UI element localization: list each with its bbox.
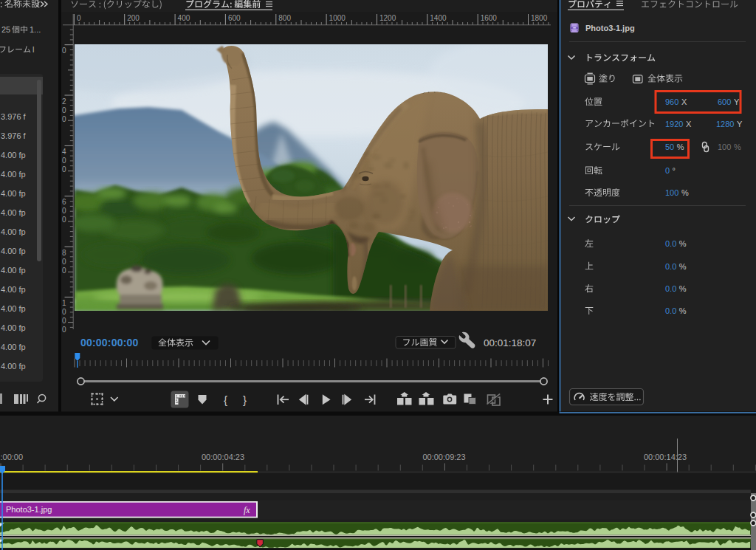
svg-text:0: 0 (62, 216, 66, 224)
svg-text:Y: Y (734, 97, 740, 106)
svg-text:0: 0 (62, 317, 66, 325)
svg-text:4: 4 (62, 148, 66, 156)
svg-text:0: 0 (62, 157, 66, 165)
svg-text:l: l (32, 45, 34, 54)
svg-text:4.00 fp: 4.00 fp (1, 266, 26, 275)
svg-text:50: 50 (665, 142, 674, 151)
svg-text:4.00 fp: 4.00 fp (1, 189, 26, 198)
svg-text:0.0: 0.0 (665, 284, 676, 293)
svg-text:°: ° (673, 166, 676, 175)
svg-text:600: 600 (718, 97, 731, 106)
svg-text:0: 0 (77, 14, 81, 22)
svg-text:%: % (734, 142, 741, 151)
svg-text:1: 1 (62, 299, 66, 307)
svg-text:6: 6 (62, 198, 66, 206)
svg-text:4.00 fp: 4.00 fp (1, 208, 26, 217)
svg-text:0: 0 (665, 166, 670, 175)
svg-text:4.00 fp: 4.00 fp (1, 343, 26, 351)
svg-text:%: % (679, 284, 687, 293)
svg-text:0: 0 (62, 258, 66, 266)
svg-text:%: % (681, 188, 689, 197)
svg-text:0: 0 (62, 106, 66, 114)
svg-text:1000: 1000 (329, 14, 346, 22)
svg-text:100: 100 (718, 142, 731, 151)
svg-text:3.976 f: 3.976 f (1, 112, 27, 121)
svg-text:1200: 1200 (379, 14, 396, 22)
svg-text:%: % (679, 262, 687, 271)
svg-text:800: 800 (278, 14, 291, 22)
svg-text:00:01:18:07: 00:01:18:07 (484, 337, 536, 348)
svg-text:400: 400 (178, 14, 190, 22)
svg-text:00:00:09:23: 00:00:09:23 (422, 453, 465, 461)
svg-text:4.00 fp: 4.00 fp (1, 362, 26, 371)
svg-text:0: 0 (62, 308, 66, 316)
svg-text:4.00 fp: 4.00 fp (1, 247, 26, 255)
svg-text:%: % (677, 142, 684, 151)
svg-text:200: 200 (127, 14, 140, 22)
svg-text:00:00:14:23: 00:00:14:23 (644, 453, 687, 461)
svg-text:%: % (679, 306, 687, 315)
svg-text:100: 100 (665, 188, 678, 197)
svg-text:fx: fx (244, 505, 250, 515)
svg-text:%: % (679, 239, 687, 248)
svg-text:1...: 1... (30, 25, 41, 34)
svg-text:00:00:00:00: 00:00:00:00 (80, 337, 138, 348)
svg-text:0.0: 0.0 (665, 239, 676, 248)
svg-text:2: 2 (62, 97, 66, 106)
svg-text:0: 0 (62, 165, 66, 173)
svg-text:Photo3-1.jpg: Photo3-1.jpg (585, 24, 635, 32)
svg-text:960: 960 (665, 97, 678, 106)
svg-text:1920: 1920 (665, 120, 683, 128)
svg-text:4.00 fp: 4.00 fp (1, 304, 26, 313)
svg-text:600: 600 (228, 14, 241, 22)
svg-text:0.0: 0.0 (665, 306, 676, 315)
svg-text:X: X (681, 97, 687, 106)
svg-text:8: 8 (62, 249, 66, 257)
svg-text:0: 0 (62, 47, 66, 55)
svg-text:4.00 fp: 4.00 fp (1, 323, 26, 332)
svg-text:}: } (243, 393, 247, 406)
svg-text:4.00 fp: 4.00 fp (1, 227, 26, 236)
svg-text:Y: Y (737, 120, 743, 128)
svg-text:{: { (224, 393, 227, 406)
svg-text::00:00: :00:00 (1, 453, 24, 461)
svg-text:1400: 1400 (430, 14, 447, 22)
svg-text:3.976 f: 3.976 f (1, 131, 27, 140)
svg-text:0: 0 (62, 207, 66, 215)
svg-text:1280: 1280 (716, 120, 734, 128)
svg-text:4.00 fp: 4.00 fp (1, 170, 26, 179)
svg-text:4.00 fp: 4.00 fp (1, 285, 26, 294)
svg-text:Photo3-1.jpg: Photo3-1.jpg (6, 505, 52, 514)
svg-text:25: 25 (1, 25, 10, 34)
svg-text:0: 0 (62, 115, 66, 123)
svg-text:0: 0 (62, 326, 66, 334)
svg-text:1800: 1800 (531, 14, 548, 22)
svg-text:X: X (686, 120, 692, 128)
svg-text:00:00:04:23: 00:00:04:23 (202, 453, 244, 461)
svg-text:0: 0 (62, 267, 66, 275)
svg-text:1600: 1600 (481, 14, 498, 22)
svg-text:0.0: 0.0 (665, 262, 676, 271)
svg-text:4.00 fp: 4.00 fp (1, 151, 26, 159)
